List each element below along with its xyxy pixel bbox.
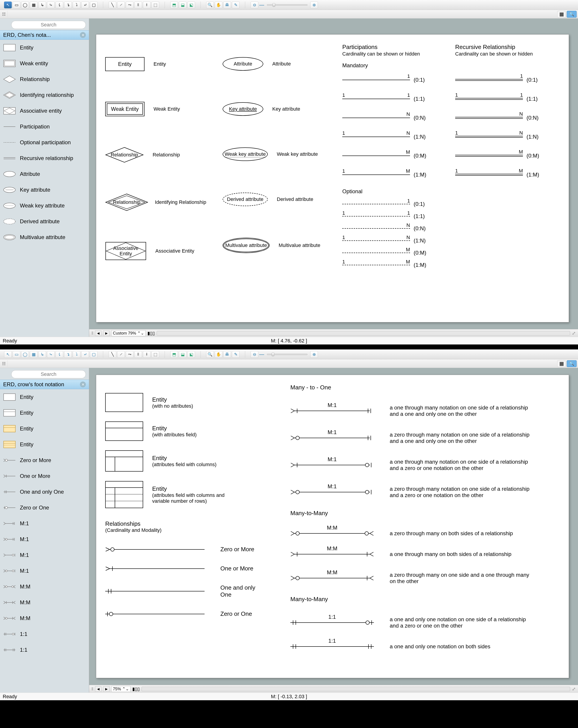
table-tool[interactable]: ▦ bbox=[30, 351, 37, 358]
page-prev-button[interactable]: ◀ bbox=[95, 331, 101, 336]
stencil-item[interactable]: Entity bbox=[0, 405, 89, 421]
stencil-item[interactable]: M:1 bbox=[0, 547, 89, 563]
line-tool[interactable]: ╲ bbox=[108, 351, 116, 358]
ellipse-tool[interactable]: ◯ bbox=[21, 351, 29, 358]
align-tool-2[interactable]: ⫲ bbox=[143, 2, 151, 8]
stencil-item[interactable]: Entity bbox=[0, 437, 89, 452]
stencil-item[interactable]: M:1 bbox=[0, 531, 89, 547]
stencil-item[interactable]: Multivalue attribute bbox=[0, 229, 89, 245]
connector-tool-5[interactable]: ⤵ bbox=[73, 2, 80, 8]
stencil-item[interactable]: Entity bbox=[0, 389, 89, 405]
zoom-in-button[interactable]: ⊕ bbox=[310, 351, 318, 358]
stencil-panel-header[interactable]: ERD, Chen's nota... ✕ bbox=[0, 30, 89, 40]
stencil-item[interactable]: Derived attribute bbox=[0, 213, 89, 229]
view-mode-icon[interactable]: ▮▯▯ bbox=[147, 331, 155, 336]
connector-tool-3[interactable]: ⤹ bbox=[55, 2, 63, 8]
connector-tool-1[interactable]: ↳ bbox=[39, 2, 46, 8]
connector-tool-2[interactable]: ⤷ bbox=[47, 2, 55, 8]
stencil-item[interactable]: M:M bbox=[0, 579, 89, 595]
layers-tool[interactable]: ⬕ bbox=[187, 2, 195, 8]
distribute-tool[interactable]: ⬚ bbox=[151, 2, 159, 8]
table-tool[interactable]: ▦ bbox=[30, 2, 37, 8]
stencil-item[interactable]: Entity bbox=[0, 421, 89, 437]
stencil-item[interactable]: Participation bbox=[0, 119, 89, 134]
connector-tool-6[interactable]: ⤶ bbox=[81, 351, 89, 358]
note-tool[interactable]: ▢ bbox=[90, 2, 98, 8]
stencil-panel-header[interactable]: ERD, crow's foot notation ✕ bbox=[0, 380, 89, 389]
zoom-dropdown[interactable]: Custom 79% ⌃⌄ bbox=[111, 330, 146, 336]
grid-view-icon[interactable]: ▦ bbox=[557, 360, 566, 367]
edit-tool[interactable]: ✎ bbox=[232, 351, 240, 358]
stencil-item[interactable]: One or More bbox=[0, 468, 89, 484]
connector-tool-6[interactable]: ⤶ bbox=[81, 2, 89, 8]
zoom-out-button[interactable]: ⊖ bbox=[251, 2, 258, 8]
stencil-item[interactable]: Associative entity bbox=[0, 103, 89, 119]
zoom-in-button[interactable]: ⊕ bbox=[310, 2, 318, 8]
stencil-item[interactable]: 1:1 bbox=[0, 642, 89, 658]
pointer-tool[interactable]: ↖ bbox=[4, 2, 12, 8]
page-prev-button[interactable]: ◀ bbox=[95, 686, 101, 692]
zoom-dropdown[interactable]: 75% ⌃⌄ bbox=[111, 686, 130, 692]
stencil-search-input[interactable] bbox=[11, 370, 86, 378]
rect-tool[interactable]: ▭ bbox=[12, 2, 20, 8]
print-tool[interactable]: 🖶 bbox=[223, 351, 231, 358]
drawing-canvas[interactable]: Entity(with no attributes) Entity(with a… bbox=[96, 375, 569, 678]
distribute-tool[interactable]: ⬚ bbox=[151, 351, 159, 358]
ellipse-tool[interactable]: ◯ bbox=[21, 2, 29, 8]
pan-tool[interactable]: ✋ bbox=[215, 2, 222, 8]
stencil-item[interactable]: Entity bbox=[0, 40, 89, 55]
stencil-item[interactable]: M:1 bbox=[0, 563, 89, 579]
pointer-tool[interactable]: ↖ bbox=[4, 351, 12, 358]
arc-tool[interactable]: ⟋ bbox=[117, 2, 125, 8]
page-next-button[interactable]: ▶ bbox=[103, 686, 109, 692]
stencil-item[interactable]: One and only One bbox=[0, 484, 89, 500]
line-tool[interactable]: ╲ bbox=[108, 2, 116, 8]
group-tool[interactable]: ⬒ bbox=[170, 351, 178, 358]
stencil-item[interactable]: M:M bbox=[0, 595, 89, 610]
panel-close-icon[interactable]: ✕ bbox=[80, 32, 86, 38]
stencil-item[interactable]: Attribute bbox=[0, 166, 89, 182]
note-tool[interactable]: ▢ bbox=[90, 351, 98, 358]
connector-tool-2[interactable]: ⤷ bbox=[47, 351, 55, 358]
horizontal-scrollbar[interactable] bbox=[142, 687, 570, 691]
connector-tool-4[interactable]: ↴ bbox=[64, 351, 72, 358]
tree-view-icon[interactable]: ☷ bbox=[0, 360, 8, 367]
print-tool[interactable]: 🖶 bbox=[223, 2, 231, 8]
page-next-button[interactable]: ▶ bbox=[103, 331, 109, 336]
zoom-slider[interactable] bbox=[267, 4, 307, 6]
view-mode-icon[interactable]: ▮▯▯ bbox=[132, 686, 140, 692]
ungroup-tool[interactable]: ⬓ bbox=[179, 351, 186, 358]
panel-close-icon[interactable]: ✕ bbox=[80, 382, 86, 387]
ungroup-tool[interactable]: ⬓ bbox=[179, 2, 186, 8]
connector-tool-1[interactable]: ↳ bbox=[39, 351, 46, 358]
tree-view-icon[interactable]: ☷ bbox=[0, 11, 8, 18]
stencil-item[interactable]: 1:1 bbox=[0, 626, 89, 642]
stencil-item[interactable]: Key attribute bbox=[0, 182, 89, 198]
stencil-search-input[interactable] bbox=[11, 21, 86, 29]
stencil-item[interactable]: M:M bbox=[0, 610, 89, 626]
resize-grip-icon[interactable]: ⤢ bbox=[572, 331, 576, 336]
align-tool-1[interactable]: ⫴ bbox=[134, 351, 142, 358]
drawing-canvas[interactable]: Entity Entity Weak Entity Weak Entity Re… bbox=[96, 34, 569, 322]
layers-tool[interactable]: ⬕ bbox=[187, 351, 195, 358]
resize-grip-icon[interactable]: ⤢ bbox=[572, 686, 576, 692]
stencil-item[interactable]: Relationship bbox=[0, 71, 89, 87]
zoom-out-button[interactable]: ⊖ bbox=[251, 351, 258, 358]
search-toggle-button[interactable]: 🔍 bbox=[567, 11, 577, 18]
polyline-tool[interactable]: ⤳ bbox=[126, 351, 133, 358]
arc-tool[interactable]: ⟋ bbox=[117, 351, 125, 358]
rect-tool[interactable]: ▭ bbox=[12, 351, 20, 358]
grid-view-icon[interactable]: ▦ bbox=[557, 11, 566, 18]
stencil-item[interactable]: M:1 bbox=[0, 516, 89, 531]
stencil-item[interactable]: Weak key attribute bbox=[0, 198, 89, 213]
horizontal-scrollbar[interactable] bbox=[157, 331, 570, 335]
connector-tool-4[interactable]: ↴ bbox=[64, 2, 72, 8]
align-tool-2[interactable]: ⫲ bbox=[143, 351, 151, 358]
pan-tool[interactable]: ✋ bbox=[215, 351, 222, 358]
connector-tool-5[interactable]: ⤵ bbox=[73, 351, 80, 358]
stencil-item[interactable]: Optional participation bbox=[0, 134, 89, 150]
zoom-slider[interactable] bbox=[267, 354, 307, 355]
stencil-item[interactable]: Weak entity bbox=[0, 55, 89, 71]
search-toggle-button[interactable]: 🔍 bbox=[567, 360, 577, 367]
polyline-tool[interactable]: ⤳ bbox=[126, 2, 133, 8]
